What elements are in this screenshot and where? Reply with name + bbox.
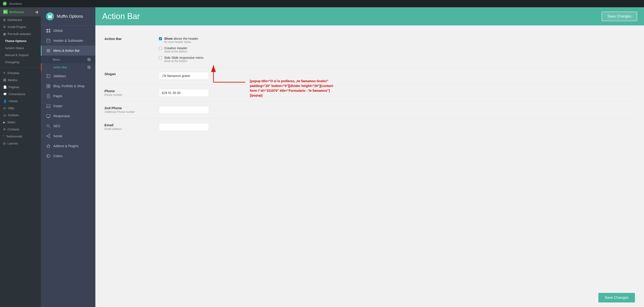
social-icon: [46, 134, 51, 138]
menu-action-bar-label: Menu & Action Bar: [53, 49, 80, 52]
prebuilt-icon: ▦: [3, 32, 6, 36]
show-above-checkbox[interactable]: [159, 37, 162, 40]
sidebar-collapse-icon[interactable]: ◀: [35, 10, 38, 14]
wp-sidebar: Be Betheme ◀ ⊞ Dashboard ⚙ Install Plugi…: [0, 7, 41, 307]
pages-icon: [46, 94, 51, 98]
phone-label-col: Phone Phone number: [104, 89, 150, 96]
blog-label: Blog, Portfolio & Shop: [53, 84, 84, 88]
phone-field-label: Phone: [104, 89, 150, 93]
portfolio-icon: 🗂: [3, 114, 6, 117]
sidebar-item-slides[interactable]: ▶ Slides: [0, 119, 41, 126]
content-header: Action Bar Save Changes: [95, 7, 644, 26]
wp-menu-manual-support[interactable]: Manual & Support: [0, 52, 41, 58]
svg-point-29: [47, 124, 49, 127]
sidebar-item-clients[interactable]: 👤 Clients: [0, 98, 41, 105]
show-above-label[interactable]: Show above the header: [164, 37, 198, 40]
plugin-menu-social[interactable]: Social: [41, 131, 95, 141]
2nd-phone-control-col: [159, 106, 635, 114]
plugin-menu-menu-action-bar[interactable]: Menu & Action Bar: [41, 46, 95, 56]
email-field-label: Email: [104, 123, 150, 127]
entradas-icon: ✎: [3, 71, 6, 75]
form-row-slogan: Slogan [popup: [104, 68, 635, 84]
plugin-menu-addons[interactable]: Addons & Plugins: [41, 141, 95, 151]
global-icon: [46, 28, 51, 33]
svg-point-5: [50, 14, 51, 15]
menu-gear-icon[interactable]: [87, 58, 91, 61]
menu-submenu-label: Menu: [53, 58, 60, 61]
slogan-input[interactable]: [159, 72, 209, 80]
wp-menu-system-status[interactable]: System Status: [0, 44, 41, 52]
action-bar-gear-icon[interactable]: [87, 66, 91, 69]
sidebar-item-comentarios[interactable]: 💬 Comentarios: [0, 90, 41, 98]
creative-header-checkbox[interactable]: [159, 47, 162, 50]
sidebar-item-contacto[interactable]: ✉ Contacto: [0, 126, 41, 133]
offer-icon: 🏷: [3, 106, 6, 110]
save-changes-top-button[interactable]: Save Changes: [602, 12, 637, 21]
side-slide-checkbox[interactable]: [159, 56, 162, 59]
wp-menu-theme-options[interactable]: Theme Options: [0, 38, 41, 44]
action-bar-field-label: Action Bar: [104, 37, 150, 41]
sidebar-item-testimonials[interactable]: " Testimonials: [0, 133, 41, 140]
testimonials-icon: ": [3, 135, 4, 138]
plugin-menu-pages[interactable]: Pages: [41, 91, 95, 101]
seo-label: SEO: [53, 124, 60, 128]
plugin-submenu-menu[interactable]: Menu: [41, 56, 95, 63]
content-body: Action Bar Show above the header for mos…: [95, 26, 644, 288]
wp-menu-changelog[interactable]: Changelog: [0, 58, 41, 66]
2nd-phone-input[interactable]: [159, 106, 209, 114]
admin-bar-site-name: Escritorio: [10, 2, 22, 6]
wp-menu-prebuilt[interactable]: ▦ Pre-built websites: [0, 30, 41, 38]
svg-rect-7: [49, 29, 50, 31]
save-changes-bottom-button[interactable]: Save Changes: [598, 293, 635, 302]
sidebar-item-portfolio[interactable]: 🗂 Portfolio: [0, 112, 41, 119]
action-bar-submenu-label: Action Bar: [53, 66, 67, 69]
sidebar-item-layouts[interactable]: ⊟ Layouts: [0, 140, 41, 147]
plugin-submenu-action-bar[interactable]: Action Bar: [41, 63, 95, 71]
content-footer: Save Changes: [95, 288, 644, 307]
creative-header-checkbox-item: Creative Header show at the bottom: [159, 46, 635, 53]
wp-menu-install-plugins[interactable]: ⚙ Install Plugins: [0, 24, 41, 30]
wp-menu-dashboard[interactable]: ⊞ Dashboard: [0, 16, 41, 24]
plugin-menu-global[interactable]: Global: [41, 26, 95, 36]
action-bar-label-col: Action Bar: [104, 37, 150, 41]
svg-point-32: [47, 136, 48, 137]
admin-bar: W Escritorio: [0, 0, 644, 7]
creative-header-sublabel: show at the bottom: [164, 50, 187, 53]
addons-icon: [46, 144, 51, 148]
sidebar-item-medios[interactable]: 🖼 Medios: [0, 76, 41, 84]
side-slide-label[interactable]: Side Slide responsive menu: [164, 56, 204, 60]
menu-icon: [46, 48, 51, 53]
plugin-sidebar: Muffin Options Global Header & Subheader…: [41, 7, 95, 307]
email-sublabel: Email address: [104, 128, 150, 130]
form-row-2nd-phone: 2nd Phone Additional Phone number: [104, 102, 635, 118]
email-input[interactable]: [159, 123, 209, 131]
form-row-action-bar: Action Bar Show above the header for mos…: [104, 32, 635, 68]
phone-sublabel: Phone number: [104, 93, 150, 96]
plugin-menu-sidebars[interactable]: Sidebars: [41, 71, 95, 81]
sidebar-item-offer[interactable]: 🏷 Offer: [0, 105, 41, 112]
layouts-icon: ⊟: [3, 142, 6, 145]
global-label: Global: [53, 29, 62, 32]
action-bar-control-col: Show above the header for most header st…: [159, 37, 635, 63]
comentarios-icon: 💬: [3, 92, 7, 96]
svg-rect-20: [48, 86, 50, 88]
plugin-menu-header[interactable]: Header & Subheader: [41, 36, 95, 46]
colors-label: Colors: [53, 154, 62, 158]
creative-header-label[interactable]: Creative Header: [164, 46, 187, 50]
sidebar-item-paginas[interactable]: 📄 Páginas: [0, 84, 41, 90]
sidebar-item-entradas[interactable]: ✎ Entradas: [0, 70, 41, 76]
phone-control-col: [159, 89, 635, 97]
svg-rect-9: [49, 31, 50, 33]
addons-label: Addons & Plugins: [53, 144, 78, 148]
plugin-menu-blog-portfolio[interactable]: Blog, Portfolio & Shop: [41, 81, 95, 91]
dashboard-icon: ⊞: [3, 18, 6, 22]
email-label-col: Email Email address: [104, 123, 150, 130]
plugin-menu-footer[interactable]: Footer: [41, 101, 95, 111]
svg-rect-17: [47, 84, 48, 86]
phone-input[interactable]: [159, 89, 209, 97]
plugin-menu-responsive[interactable]: Responsive: [41, 111, 95, 121]
show-above-checkbox-item: Show above the header for most header st…: [159, 37, 635, 44]
wp-logo-icon: W: [3, 2, 7, 6]
plugin-menu-seo[interactable]: SEO: [41, 121, 95, 131]
plugin-menu-colors[interactable]: Colors: [41, 151, 95, 161]
